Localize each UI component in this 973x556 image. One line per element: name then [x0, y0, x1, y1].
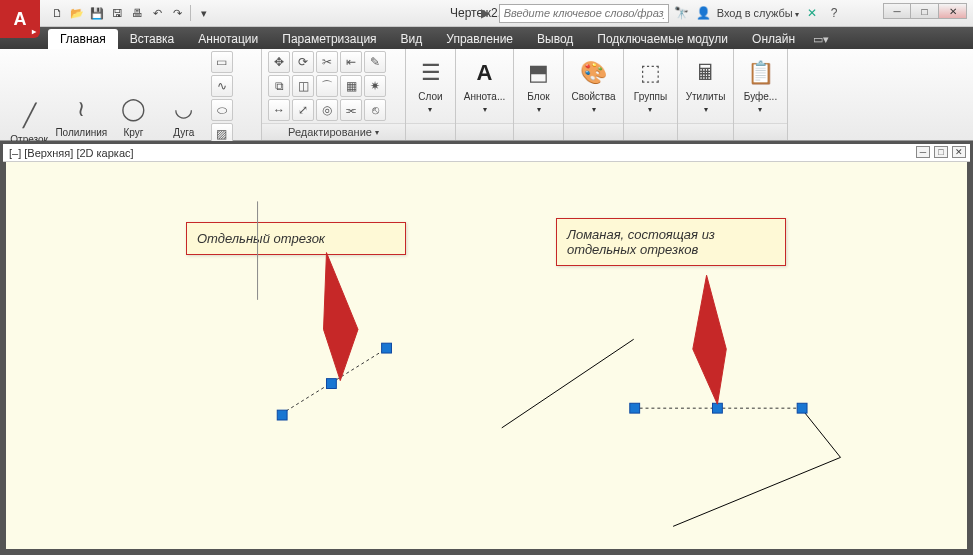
svg-line-2 — [281, 349, 385, 414]
tab-manage[interactable]: Управление — [434, 29, 525, 49]
explode-icon[interactable]: ✷ — [364, 75, 386, 97]
binoculars-icon[interactable]: 🔭 — [673, 4, 691, 22]
panel-modify: ✥ ⟳ ✂ ⇤ ✎ ⧉ ◫ ⌒ ▦ ✷ ↔ ⤢ ◎ ⫘ ⎋ Редактиров… — [262, 49, 406, 140]
polyline-icon: ≀ — [65, 93, 97, 125]
move-icon[interactable]: ✥ — [268, 51, 290, 73]
tab-insert[interactable]: Вставка — [118, 29, 187, 49]
clipboard-button[interactable]: 📋 Буфе... — [740, 54, 781, 118]
doc-maximize-icon[interactable]: □ — [934, 146, 948, 158]
doc-close-icon[interactable]: ✕ — [952, 146, 966, 158]
ribbon: ╱ Отрезок ≀ Полилиния ◯ Круг ◡ Дуга ▭ ∿ … — [0, 49, 973, 141]
extend-icon[interactable]: ⇤ — [340, 51, 362, 73]
fillet-icon[interactable]: ⌒ — [316, 75, 338, 97]
quick-access-toolbar: 🗋 📂 💾 🖫 🖶 ↶ ↷ ▾ — [48, 4, 213, 22]
search-input[interactable] — [499, 4, 669, 23]
save-icon[interactable]: 💾 — [88, 4, 106, 22]
panel-layers: ☰ Слои — [406, 49, 456, 140]
panel-layers-footer — [406, 123, 455, 140]
doc-window-controls: ─ □ ✕ — [916, 146, 966, 158]
panel-groups: ⬚ Группы — [624, 49, 678, 140]
stretch-icon[interactable]: ↔ — [268, 99, 290, 121]
title-right-cluster: ▶ 🔭 👤 Вход в службы ✕ ? — [477, 4, 843, 23]
block-label: Блок — [527, 91, 549, 115]
properties-button[interactable]: 🎨 Свойства — [569, 54, 619, 118]
exchange-icon[interactable]: ✕ — [803, 4, 821, 22]
text-icon: A — [469, 57, 501, 89]
panel-modify-label[interactable]: Редактирование — [262, 123, 405, 140]
login-link[interactable]: Вход в службы — [717, 7, 799, 19]
circle-icon: ◯ — [117, 93, 149, 125]
app-menu-button[interactable]: A — [0, 0, 40, 38]
tab-view[interactable]: Вид — [389, 29, 435, 49]
layers-button[interactable]: ☰ Слои — [412, 54, 450, 118]
properties-label: Свойства — [572, 91, 616, 115]
svg-rect-4 — [277, 410, 287, 420]
scale-icon[interactable]: ⤢ — [292, 99, 314, 121]
break-icon[interactable]: ⎋ — [364, 99, 386, 121]
arc-icon: ◡ — [168, 93, 200, 125]
help-icon[interactable]: ? — [825, 4, 843, 22]
tab-parametric[interactable]: Параметризация — [270, 29, 388, 49]
calculator-icon: 🖩 — [690, 57, 722, 89]
mirror-icon[interactable]: ◫ — [292, 75, 314, 97]
copy-icon[interactable]: ⧉ — [268, 75, 290, 97]
svg-rect-8 — [712, 403, 722, 413]
offset-icon[interactable]: ◎ — [316, 99, 338, 121]
undo-icon[interactable]: ↶ — [148, 4, 166, 22]
print-icon[interactable]: 🖶 — [128, 4, 146, 22]
minimize-button[interactable]: ─ — [883, 3, 911, 19]
svg-rect-6 — [382, 343, 392, 353]
doc-minimize-icon[interactable]: ─ — [916, 146, 930, 158]
utilities-button[interactable]: 🖩 Утилиты — [683, 54, 729, 118]
block-button[interactable]: ⬒ Блок — [520, 54, 558, 118]
drawing-canvas[interactable]: Отдельный отрезок Ломаная, состоящая из … — [6, 162, 967, 549]
join-icon[interactable]: ⫘ — [340, 99, 362, 121]
groups-button[interactable]: ⬚ Группы — [630, 54, 671, 118]
ellipse-icon[interactable]: ⬭ — [211, 99, 233, 121]
viewport-label[interactable]: [–] [Верхняя] [2D каркас] — [3, 144, 970, 162]
group-icon: ⬚ — [635, 57, 667, 89]
panel-draw: ╱ Отрезок ≀ Полилиния ◯ Круг ◡ Дуга ▭ ∿ … — [0, 49, 262, 140]
open-icon[interactable]: 📂 — [68, 4, 86, 22]
titlebar: A 🗋 📂 💾 🖫 🖶 ↶ ↷ ▾ Чертеж2.dwg ▶ 🔭 👤 Вход… — [0, 0, 973, 27]
panel-utils-footer — [678, 123, 733, 140]
line-icon: ╱ — [13, 100, 45, 132]
panel-block-footer — [514, 123, 563, 140]
tab-online[interactable]: Онлайн — [740, 29, 807, 49]
panel-properties: 🎨 Свойства — [564, 49, 624, 140]
rect-icon[interactable]: ▭ — [211, 51, 233, 73]
tab-plugins[interactable]: Подключаемые модули — [585, 29, 740, 49]
svg-rect-7 — [630, 403, 640, 413]
tab-home[interactable]: Главная — [48, 29, 118, 49]
array-icon[interactable]: ▦ — [340, 75, 362, 97]
tab-output[interactable]: Вывод — [525, 29, 585, 49]
saveas-icon[interactable]: 🖫 — [108, 4, 126, 22]
tab-annotate[interactable]: Аннотации — [186, 29, 270, 49]
window-controls: ─ □ ✕ — [883, 3, 967, 19]
annotation-button[interactable]: A Аннота... — [461, 54, 508, 118]
annotation-label: Аннота... — [464, 91, 505, 115]
canvas-overlay — [6, 162, 967, 549]
svg-rect-5 — [326, 379, 336, 389]
modify-mini-grid: ✥ ⟳ ✂ ⇤ ✎ ⧉ ◫ ⌒ ▦ ✷ ↔ ⤢ ◎ ⫘ ⎋ — [268, 51, 392, 121]
qat-dropdown-icon[interactable]: ▾ — [195, 4, 213, 22]
trim-icon[interactable]: ✂ — [316, 51, 338, 73]
new-icon[interactable]: 🗋 — [48, 4, 66, 22]
tabs-expand-icon[interactable]: ▭▾ — [813, 33, 829, 49]
close-button[interactable]: ✕ — [939, 3, 967, 19]
erase-icon[interactable]: ✎ — [364, 51, 386, 73]
svg-rect-9 — [797, 403, 807, 413]
callout-polyline: Ломаная, состоящая из отдельных отрезков — [556, 218, 786, 266]
rotate-icon[interactable]: ⟳ — [292, 51, 314, 73]
callout-poly-text: Ломаная, состоящая из отдельных отрезков — [567, 227, 715, 257]
spline-icon[interactable]: ∿ — [211, 75, 233, 97]
layers-icon: ☰ — [415, 57, 447, 89]
panel-groups-footer — [624, 123, 677, 140]
search-play-icon[interactable]: ▶ — [477, 4, 495, 22]
line-button[interactable]: ╱ Отрезок — [6, 97, 52, 148]
panel-utilities: 🖩 Утилиты — [678, 49, 734, 140]
user-icon[interactable]: 👤 — [695, 4, 713, 22]
maximize-button[interactable]: □ — [911, 3, 939, 19]
ribbon-tabs: Главная Вставка Аннотации Параметризация… — [0, 27, 973, 49]
redo-icon[interactable]: ↷ — [168, 4, 186, 22]
